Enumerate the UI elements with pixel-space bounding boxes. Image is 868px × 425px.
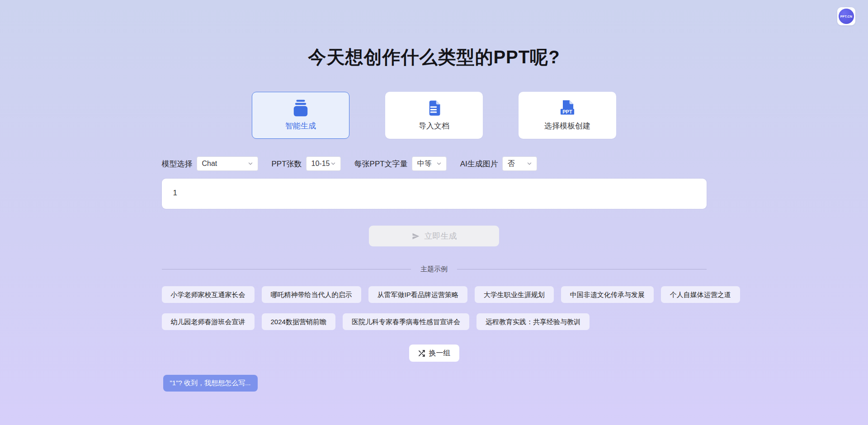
chevron-down-icon — [526, 161, 533, 167]
generate-button-label: 立即生成 — [425, 231, 457, 241]
document-icon — [425, 99, 443, 117]
shuffle-button[interactable]: 换一组 — [409, 345, 459, 362]
ai-image-value: 否 — [508, 159, 515, 169]
bubble-anchor: "1"? 收到，我想想怎么写... — [162, 375, 707, 391]
topic-chip[interactable]: 中国非遗文化传承与发展 — [561, 286, 654, 303]
model-select[interactable]: Chat — [197, 156, 258, 171]
topic-chip[interactable]: 大学生职业生涯规划 — [475, 286, 554, 303]
topic-chip[interactable]: 哪吒精神带给当代人的启示 — [262, 286, 361, 303]
model-select-label: 模型选择 — [162, 159, 193, 169]
card-smart-generate[interactable]: 智能生成 — [252, 92, 349, 139]
option-group-model: 模型选择 Chat — [162, 156, 258, 171]
topic-chip[interactable]: 远程教育实践：共享经验与教训 — [476, 313, 590, 330]
text-amount-value: 中等 — [417, 159, 432, 169]
pptcn-logo-text: PPT.CN — [840, 15, 853, 18]
chevron-down-icon — [436, 161, 442, 167]
ai-image-label: AI生成图片 — [460, 159, 498, 169]
examples-divider-label: 主题示例 — [420, 265, 448, 274]
divider-line-left — [162, 269, 411, 269]
option-group-slide-count: PPT张数 10-15 — [272, 156, 341, 171]
slide-count-label: PPT张数 — [272, 159, 302, 169]
model-select-value: Chat — [202, 160, 217, 168]
divider-line-right — [457, 269, 707, 269]
topic-chips-row-1: 小学老师家校互通家长会 哪吒精神带给当代人的启示 从雷军做IP看品牌运营策略 大… — [162, 286, 707, 303]
card-label: 选择模板创建 — [544, 121, 590, 131]
topic-chip[interactable]: 小学老师家校互通家长会 — [162, 286, 255, 303]
svg-text:PPT: PPT — [562, 109, 572, 114]
topic-chip[interactable]: 2024数据营销前瞻 — [262, 313, 335, 330]
slide-count-value: 10-15 — [311, 160, 330, 168]
generate-button[interactable]: 立即生成 — [369, 226, 499, 246]
prompt-input[interactable]: 1 — [162, 179, 707, 209]
pptcn-logo[interactable]: PPT.CN — [837, 7, 855, 25]
chevron-down-icon — [247, 161, 254, 167]
option-group-text-amount: 每张PPT文字量 中等 — [354, 156, 447, 171]
shuffle-button-label: 换一组 — [429, 349, 451, 358]
topic-chip[interactable]: 个人自媒体运营之道 — [661, 286, 740, 303]
card-import-document[interactable]: 导入文档 — [385, 92, 483, 139]
generate-row: 立即生成 — [162, 226, 707, 246]
page-title: 今天想创作什么类型的PPT呢? — [162, 45, 707, 70]
card-label: 智能生成 — [285, 121, 316, 131]
topic-chip[interactable]: 医院儿科专家春季病毒性感冒宣讲会 — [343, 313, 469, 330]
card-template-create[interactable]: PPT 选择模板创建 — [519, 92, 616, 139]
topic-chips-row-2: 幼儿园老师春游班会宣讲 2024数据营销前瞻 医院儿科专家春季病毒性感冒宣讲会 … — [162, 313, 707, 330]
topic-chip[interactable]: 从雷军做IP看品牌运营策略 — [368, 286, 467, 303]
option-group-ai-image: AI生成图片 否 — [460, 156, 537, 171]
text-amount-label: 每张PPT文字量 — [354, 159, 408, 169]
shuffle-row: 换一组 — [162, 345, 707, 362]
prompt-wrap: 1 — [162, 179, 707, 209]
examples-divider: 主题示例 — [162, 265, 707, 274]
options-row: 模型选择 Chat PPT张数 10-15 每张PPT文字量 中等 AI生成图片 — [162, 156, 707, 171]
ppt-file-icon: PPT — [558, 99, 576, 117]
card-label: 导入文档 — [419, 121, 449, 131]
chevron-down-icon — [330, 161, 336, 167]
layers-stack-icon — [292, 99, 310, 117]
topic-chip[interactable]: 幼儿园老师春游班会宣讲 — [162, 313, 255, 330]
text-amount-select[interactable]: 中等 — [412, 156, 447, 171]
ai-image-select[interactable]: 否 — [502, 156, 537, 171]
paper-plane-icon — [411, 232, 420, 241]
shuffle-icon — [418, 349, 425, 357]
slide-count-select[interactable]: 10-15 — [306, 156, 341, 171]
pptcn-logo-circle: PPT.CN — [839, 9, 854, 24]
assistant-bubble: "1"? 收到，我想想怎么写... — [163, 375, 258, 392]
type-cards-row: 智能生成 导入文档 PPT 选择模板创建 — [162, 92, 707, 139]
